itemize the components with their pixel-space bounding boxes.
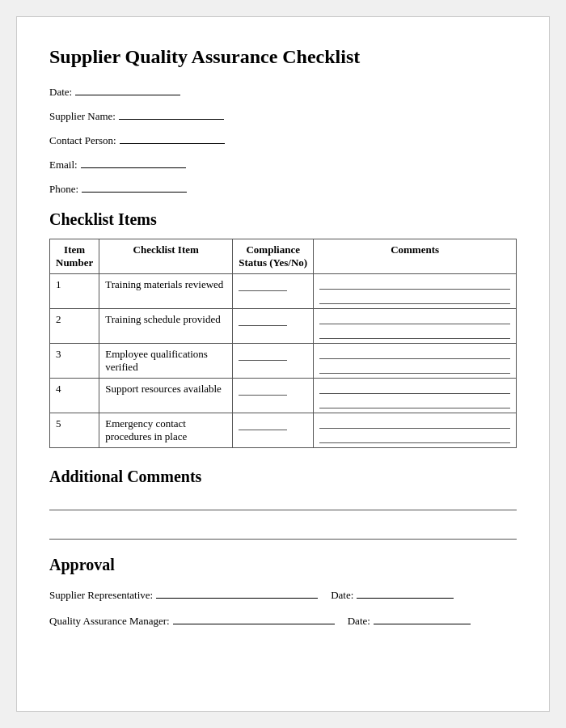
table-row: 5Emergency contact procedures in place [50, 413, 517, 448]
compliance-cell[interactable] [233, 413, 314, 448]
item-number-cell: 2 [50, 309, 99, 344]
comment-input-line[interactable] [319, 278, 510, 290]
document-title: Supplier Quality Assurance Checklist [49, 46, 517, 68]
table-row: 4Support resources available [50, 379, 517, 413]
table-row: 3Employee qualifications verified [50, 344, 517, 379]
date-label: Date: [49, 86, 72, 99]
additional-comment-line-1[interactable] [49, 496, 517, 510]
contact-person-label: Contact Person: [49, 134, 116, 147]
header-checklist-item: Checklist Item [99, 239, 233, 274]
supplier-name-label: Supplier Name: [49, 110, 116, 123]
table-row: 2Training schedule provided [50, 309, 517, 344]
compliance-cell[interactable] [233, 344, 314, 379]
header-item-number: Item Number [50, 239, 99, 274]
comments-cell[interactable] [314, 413, 517, 448]
comment-input-line[interactable] [319, 432, 510, 443]
compliance-input-line[interactable] [239, 349, 287, 361]
fields-section: Date: Supplier Name: Contact Person: Ema… [49, 83, 517, 196]
additional-comments-title: Additional Comments [49, 468, 517, 486]
compliance-cell[interactable] [233, 379, 314, 413]
approval-date-line[interactable] [374, 612, 471, 624]
comment-input-line[interactable] [319, 348, 510, 359]
approval-date-label: Date: [348, 615, 370, 628]
additional-comment-line-2[interactable] [49, 525, 517, 540]
approval-person-label: Supplier Representative: [49, 589, 153, 602]
email-input-line[interactable] [81, 155, 186, 168]
table-header-row: Item Number Checklist Item Compliance St… [50, 239, 517, 274]
approval-person-label: Quality Assurance Manager: [49, 615, 170, 628]
approval-row: Supplier Representative:Date: [49, 586, 517, 602]
comment-input-line[interactable] [319, 313, 510, 324]
additional-comments-section: Additional Comments [49, 468, 517, 540]
compliance-input-line[interactable] [239, 315, 287, 326]
comment-input-line[interactable] [319, 328, 510, 339]
comment-input-line[interactable] [319, 293, 510, 304]
item-number-cell: 3 [50, 344, 99, 379]
email-field-row: Email: [49, 155, 517, 171]
approval-date-label: Date: [331, 589, 353, 602]
checklist-item-cell: Training schedule provided [99, 309, 233, 344]
approval-title: Approval [49, 556, 517, 574]
comment-input-line[interactable] [319, 417, 510, 429]
comments-cell[interactable] [314, 344, 517, 379]
comment-input-line[interactable] [319, 397, 510, 408]
approval-signature-line[interactable] [173, 612, 335, 624]
compliance-cell[interactable] [233, 309, 314, 344]
phone-label: Phone: [49, 183, 78, 196]
email-label: Email: [49, 159, 78, 171]
item-number-cell: 5 [50, 413, 99, 448]
item-number-cell: 4 [50, 379, 99, 413]
supplier-name-input-line[interactable] [119, 107, 224, 120]
checklist-item-cell: Employee qualifications verified [99, 344, 233, 379]
comment-input-line[interactable] [319, 383, 510, 394]
compliance-cell[interactable] [233, 274, 314, 309]
checklist-item-cell: Training materials reviewed [99, 274, 233, 309]
phone-input-line[interactable] [82, 180, 187, 193]
date-field-row: Date: [49, 83, 517, 99]
compliance-input-line[interactable] [239, 280, 287, 291]
approval-section: Approval Supplier Representative:Date:Qu… [49, 556, 517, 628]
approval-date-line[interactable] [357, 586, 454, 599]
contact-person-field-row: Contact Person: [49, 131, 517, 147]
checklist-section-title: Checklist Items [49, 210, 517, 229]
comment-input-line[interactable] [319, 362, 510, 374]
compliance-input-line[interactable] [239, 384, 287, 396]
approval-row: Quality Assurance Manager:Date: [49, 612, 517, 628]
checklist-table: Item Number Checklist Item Compliance St… [49, 239, 517, 448]
document-page: Supplier Quality Assurance Checklist Dat… [16, 16, 550, 712]
supplier-name-field-row: Supplier Name: [49, 107, 517, 123]
comments-cell[interactable] [314, 274, 517, 309]
compliance-input-line[interactable] [239, 419, 287, 430]
phone-field-row: Phone: [49, 180, 517, 196]
header-compliance-status: Compliance Status (Yes/No) [233, 239, 314, 274]
checklist-item-cell: Emergency contact procedures in place [99, 413, 233, 448]
header-comments: Comments [314, 239, 517, 274]
checklist-item-cell: Support resources available [99, 379, 233, 413]
item-number-cell: 1 [50, 274, 99, 309]
comments-cell[interactable] [314, 379, 517, 413]
table-row: 1Training materials reviewed [50, 274, 517, 309]
contact-person-input-line[interactable] [120, 131, 225, 144]
comments-cell[interactable] [314, 309, 517, 344]
approval-signature-line[interactable] [156, 586, 318, 599]
date-input-line[interactable] [75, 83, 180, 95]
